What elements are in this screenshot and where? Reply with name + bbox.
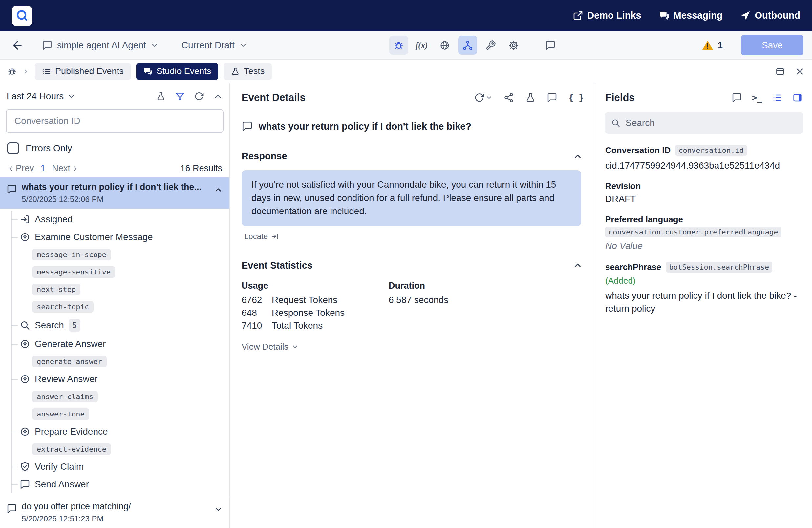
errors-only-checkbox[interactable] xyxy=(7,142,19,154)
event-row[interactable]: do you offer price matching/ 5/20/2025 1… xyxy=(0,497,229,528)
agent-toolbar: simple agent AI Agent Current Draft f(x)… xyxy=(0,31,812,60)
total-tokens-label: Total Tokens xyxy=(272,320,323,331)
tree-step-label: Assigned xyxy=(35,214,73,225)
messaging-button[interactable]: Messaging xyxy=(659,10,723,21)
next-page-button[interactable]: Next xyxy=(52,163,79,174)
tree-step-label: Search xyxy=(35,320,64,331)
tag-row: generate-answer xyxy=(12,353,229,370)
tree-step-assigned[interactable]: Assigned xyxy=(12,211,229,228)
window-layout-icon[interactable] xyxy=(775,66,785,76)
conversation-id-input[interactable] xyxy=(6,109,223,133)
total-tokens-value: 7410 xyxy=(242,320,272,331)
chevron-up-icon[interactable] xyxy=(573,151,583,161)
output-tag[interactable]: answer-claims xyxy=(32,391,98,403)
demo-links-label: Demo Links xyxy=(587,10,641,21)
functions-button[interactable]: f(x) xyxy=(412,36,431,55)
tools-button[interactable] xyxy=(481,36,500,55)
close-icon[interactable] xyxy=(795,66,805,76)
filter-icon[interactable] xyxy=(175,91,185,101)
locate-link[interactable]: Locate xyxy=(244,232,581,241)
fields-header: Fields >_ xyxy=(596,83,812,106)
revision-picker[interactable]: Current Draft xyxy=(182,40,247,50)
output-tag[interactable]: message-in-scope xyxy=(32,249,111,260)
output-tag[interactable]: generate-answer xyxy=(32,356,107,367)
event-step-tree: Assigned Examine Customer Message messag… xyxy=(11,211,229,493)
chevron-up-icon[interactable] xyxy=(214,185,223,195)
refresh-icon[interactable] xyxy=(194,91,204,101)
prev-page-button[interactable]: Prev xyxy=(7,163,34,174)
chat-icon[interactable] xyxy=(547,92,557,103)
tree-step-search[interactable]: Search 5 xyxy=(12,316,229,335)
output-tag[interactable]: answer-tone xyxy=(32,408,89,420)
field-path-chip: conversation.id xyxy=(675,145,747,156)
fields-search-box[interactable] xyxy=(605,112,803,134)
share-icon[interactable] xyxy=(504,92,514,103)
back-button[interactable] xyxy=(9,36,26,54)
tab-studio-events[interactable]: Studio Events xyxy=(136,63,219,80)
chat-bubbles-icon xyxy=(659,11,669,21)
refresh-button[interactable] xyxy=(474,92,492,103)
conversations-button[interactable] xyxy=(541,36,560,55)
event-details-header: Event Details { } xyxy=(230,83,596,109)
chevron-down-icon[interactable] xyxy=(214,505,223,514)
response-tokens-label: Response Tokens xyxy=(272,307,345,318)
field-path-chip: conversation.customer.preferredLanguage xyxy=(605,227,782,238)
flask-icon[interactable] xyxy=(525,92,536,103)
chat-icon[interactable] xyxy=(731,92,742,103)
field-value: whats your return policy if I dont liek … xyxy=(605,289,803,315)
chevron-up-icon[interactable] xyxy=(573,260,583,270)
warning-indicator[interactable]: 1 xyxy=(702,39,723,51)
output-tag[interactable]: extract-evidence xyxy=(32,443,111,455)
tree-step-review-answer[interactable]: Review Answer xyxy=(12,370,229,388)
side-panel-icon[interactable] xyxy=(792,92,803,103)
debug-button[interactable] xyxy=(389,36,408,55)
tree-step-examine-customer-message[interactable]: Examine Customer Message xyxy=(12,228,229,246)
output-tag[interactable]: search-topic xyxy=(32,301,93,313)
chat-icon xyxy=(6,503,17,514)
fields-panel: Fields >_ Conversation ID conversation.i… xyxy=(596,83,812,528)
ai-step-icon xyxy=(20,426,30,437)
tree-step-verify-claim[interactable]: Verify Claim xyxy=(12,458,229,476)
chat-icon xyxy=(20,479,30,489)
event-statistics: Usage 6762Request Tokens 648Response Tok… xyxy=(230,271,596,333)
tab-tests[interactable]: Tests xyxy=(223,63,272,80)
save-button[interactable]: Save xyxy=(741,35,803,56)
results-count: 16 Results xyxy=(180,163,222,174)
event-timestamp: 5/20/2025 12:51:23 PM xyxy=(21,514,209,524)
event-summary: whats your return policy if I don't liek… xyxy=(21,182,209,204)
page-number[interactable]: 1 xyxy=(41,163,46,174)
event-title: whats your return policy if I don't liek… xyxy=(21,182,209,192)
list-view-icon[interactable] xyxy=(772,92,782,103)
tab-published-events[interactable]: Published Events xyxy=(35,63,131,80)
view-details-link[interactable]: View Details xyxy=(242,342,584,352)
chat-icon xyxy=(242,121,253,132)
output-tag[interactable]: message-sensitive xyxy=(32,266,115,278)
field-search-phrase: searchPhrase botSession.searchPhrase (Ad… xyxy=(596,253,812,315)
event-row-selected[interactable]: whats your return policy if I don't liek… xyxy=(0,178,229,209)
tree-step-prepare-evidence[interactable]: Prepare Evidence xyxy=(12,423,229,440)
tree-step-send-answer[interactable]: Send Answer xyxy=(12,476,229,493)
agent-picker[interactable]: simple agent AI Agent xyxy=(42,40,159,50)
response-section-header: Response xyxy=(230,132,596,162)
demo-links-button[interactable]: Demo Links xyxy=(573,10,641,21)
tree-step-generate-answer[interactable]: Generate Answer xyxy=(12,335,229,353)
time-range-filter[interactable]: Last 24 Hours xyxy=(6,91,75,102)
flow-view-button[interactable] xyxy=(458,36,477,55)
list-filter-icons xyxy=(156,91,223,101)
flask-icon[interactable] xyxy=(156,91,166,101)
code-view-icon[interactable]: { } xyxy=(568,93,584,103)
send-icon xyxy=(740,11,751,21)
studio-tool-icons: f(x) xyxy=(389,36,560,55)
chevron-left-icon xyxy=(7,165,14,172)
event-list-panel: Last 24 Hours Errors Only Prev 1 Next xyxy=(0,83,230,528)
settings-button[interactable] xyxy=(504,36,523,55)
errors-only-row: Errors Only xyxy=(7,142,222,154)
chevron-down-icon xyxy=(486,94,492,101)
fields-search-input[interactable] xyxy=(626,118,797,128)
app-logo[interactable] xyxy=(12,5,32,26)
outbound-button[interactable]: Outbound xyxy=(740,10,800,21)
knowledge-button[interactable] xyxy=(435,36,454,55)
collapse-icon[interactable] xyxy=(213,91,223,101)
terminal-icon[interactable]: >_ xyxy=(752,93,762,103)
output-tag[interactable]: next-step xyxy=(32,284,81,295)
